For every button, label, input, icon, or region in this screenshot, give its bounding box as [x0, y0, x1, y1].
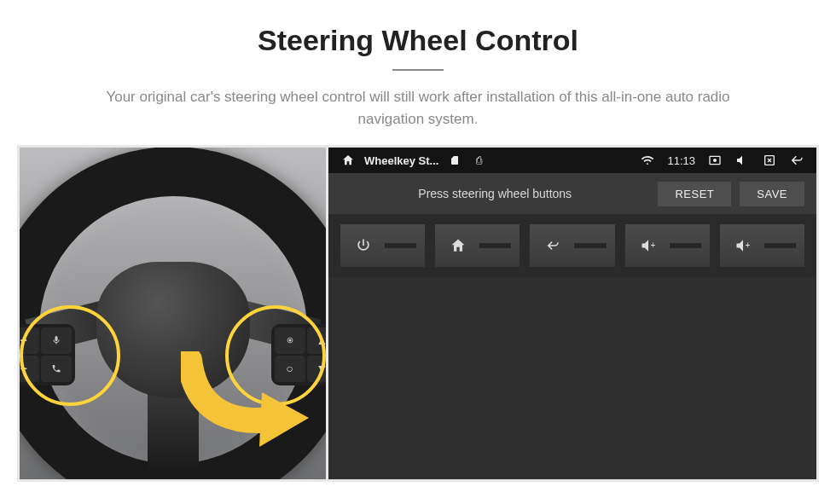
save-button[interactable]: SAVE: [740, 182, 804, 206]
screenshot-icon[interactable]: [707, 153, 723, 168]
wheel-btn-src: [275, 327, 305, 354]
close-app-icon[interactable]: [762, 153, 777, 168]
volume-up-icon: +: [729, 237, 758, 254]
head-unit-screen: Wheelkey St... ⎙ 11:13: [328, 145, 819, 482]
map-btn-volume-up-2[interactable]: +: [720, 224, 804, 267]
map-indicator: [764, 243, 796, 248]
status-app-title: Wheelkey St...: [364, 154, 438, 167]
svg-text:+: +: [745, 240, 750, 250]
phone-icon: [51, 363, 61, 374]
svg-text:+: +: [650, 240, 655, 250]
instruction-text: Press steering wheel buttons: [340, 187, 649, 200]
mapping-row: + +: [328, 214, 816, 277]
page-subtitle: Your original car's steering wheel contr…: [85, 86, 751, 130]
mute-icon[interactable]: [734, 153, 750, 168]
home-icon: [444, 237, 473, 254]
svg-point-2: [714, 159, 717, 162]
sd-card-icon: [447, 153, 462, 168]
callout-arrow-icon: [181, 351, 309, 454]
src-icon: [285, 335, 295, 345]
home-status-icon[interactable]: [340, 153, 356, 168]
map-indicator: [479, 243, 511, 248]
mapping-empty-area: [328, 277, 816, 479]
back-icon: [538, 238, 567, 253]
action-bar: Press steering wheel buttons RESET SAVE: [328, 173, 816, 214]
wheel-btn-down: ▼: [307, 356, 329, 382]
map-btn-home[interactable]: [435, 224, 520, 267]
map-btn-back[interactable]: [530, 224, 614, 267]
wheel-btn-plus: +: [17, 327, 39, 354]
power-icon: [349, 237, 378, 254]
map-indicator: [670, 243, 701, 248]
map-btn-power[interactable]: [340, 224, 425, 267]
wheel-btn-voice: [41, 327, 72, 354]
wifi-icon: [640, 153, 655, 168]
map-indicator: [574, 243, 606, 248]
status-bar: Wheelkey St... ⎙ 11:13: [328, 148, 816, 173]
steering-wheel-photo: + − ▲ ○ ▼: [17, 145, 328, 482]
map-indicator: [385, 243, 416, 248]
voice-icon: [51, 335, 61, 345]
status-time: 11:13: [667, 154, 695, 167]
usb-icon: ⎙: [471, 153, 486, 168]
wheel-btn-minus: −: [17, 356, 39, 382]
map-btn-volume-up-1[interactable]: +: [625, 224, 710, 267]
back-nav-icon[interactable]: [789, 153, 804, 168]
wheel-btn-phone: [41, 356, 72, 382]
reset-button[interactable]: RESET: [658, 182, 731, 206]
svg-point-0: [288, 339, 291, 342]
volume-up-icon: +: [634, 237, 663, 254]
wheel-btn-up: ▲: [307, 327, 329, 354]
page-title: Steering Wheel Control: [34, 24, 802, 57]
wheel-button-cluster-left: + −: [17, 324, 75, 385]
title-divider: [392, 69, 444, 71]
